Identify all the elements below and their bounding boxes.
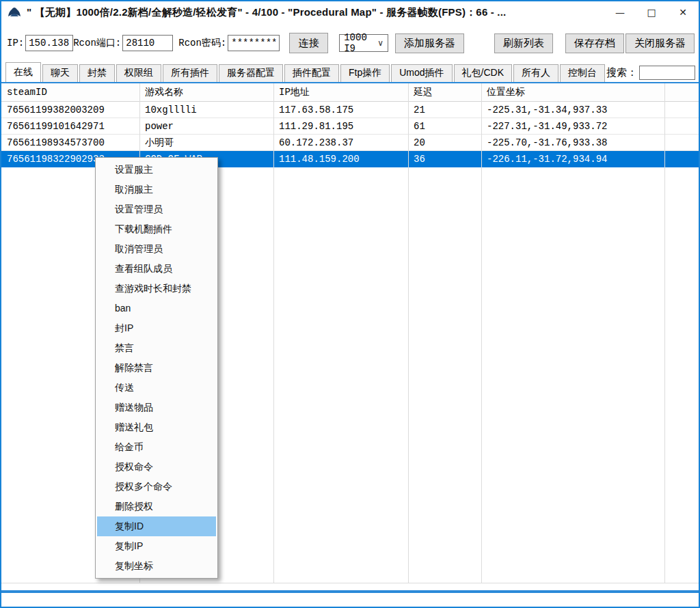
cell-game-name: 10xglllli bbox=[139, 102, 273, 118]
column-header-latency[interactable]: 延迟 bbox=[408, 83, 481, 102]
menu-item-copy-coordinates[interactable]: 复制坐标 bbox=[97, 556, 216, 576]
menu-item-ban-ip[interactable]: 封IP bbox=[97, 318, 216, 338]
rcon-port-input[interactable] bbox=[122, 35, 173, 51]
menu-item-unset-owner[interactable]: 取消服主 bbox=[97, 180, 216, 199]
grid-line bbox=[664, 83, 665, 583]
table-row[interactable]: 76561199382003209 10xglllli 117.63.58.17… bbox=[1, 102, 699, 118]
status-bar bbox=[1, 592, 699, 607]
cell-game-name: power bbox=[139, 118, 273, 135]
cell-latency: 21 bbox=[408, 102, 481, 118]
cell-position: -226.11,-31.72,934.94 bbox=[481, 151, 664, 167]
menu-item-check-playtime-bans[interactable]: 查游戏时长和封禁 bbox=[97, 279, 216, 299]
search-label: 搜索： bbox=[606, 66, 637, 79]
table-header-row: steamID 游戏名称 IP地址 延迟 位置坐标 bbox=[1, 83, 699, 102]
tab-giftpack-cdk[interactable]: 礼包/CDK bbox=[454, 64, 512, 82]
cell-steamid: 76561199101642971 bbox=[1, 118, 139, 135]
tab-bans[interactable]: 封禁 bbox=[79, 64, 115, 82]
cell-ip: 60.172.238.37 bbox=[273, 135, 408, 151]
menu-item-mute[interactable]: 禁言 bbox=[97, 338, 216, 358]
connect-button[interactable]: 连接 bbox=[289, 33, 328, 53]
menu-item-gift-pack[interactable]: 赠送礼包 bbox=[97, 417, 216, 437]
table-row[interactable]: 76561198934573700 小明哥 60.172.238.37 20 -… bbox=[1, 135, 699, 151]
cell-ip: 111.29.81.195 bbox=[273, 118, 408, 135]
maximize-icon[interactable]: □ bbox=[636, 1, 667, 23]
close-icon[interactable]: ✕ bbox=[667, 1, 699, 23]
search-area: 搜索： bbox=[606, 66, 699, 82]
menu-item-gift-items[interactable]: 赠送物品 bbox=[97, 398, 216, 417]
menu-item-copy-id[interactable]: 复制ID bbox=[97, 516, 216, 536]
tab-console[interactable]: 控制台 bbox=[560, 64, 605, 82]
menu-item-give-coins[interactable]: 给金币 bbox=[97, 437, 216, 457]
menu-item-grant-command[interactable]: 授权命令 bbox=[97, 457, 216, 477]
rcon-password-label: Rcon密码: bbox=[178, 37, 226, 49]
context-menu: 设置服主 取消服主 设置管理员 下载机翻插件 取消管理员 查看组队成员 查游戏时… bbox=[95, 157, 218, 579]
menu-item-view-team-members[interactable]: 查看组队成员 bbox=[97, 259, 216, 279]
grid-line bbox=[1, 583, 699, 583]
cell-position: -225.31,-31.34,937.33 bbox=[481, 102, 664, 118]
shutdown-server-button[interactable]: 关闭服务器 bbox=[625, 33, 695, 53]
server-select-value: 1000 I9 bbox=[344, 32, 377, 54]
ip-label: IP: bbox=[7, 38, 24, 49]
cell-latency: 36 bbox=[408, 151, 481, 167]
column-header-spacer bbox=[664, 83, 699, 102]
menu-item-set-owner[interactable]: 设置服主 bbox=[97, 160, 216, 180]
menu-item-grant-multiple-commands[interactable]: 授权多个命令 bbox=[97, 477, 216, 497]
cell-ip: 111.48.159.200 bbox=[273, 151, 408, 167]
minimize-icon[interactable]: — bbox=[604, 1, 636, 23]
tab-all-plugins[interactable]: 所有插件 bbox=[163, 64, 217, 82]
tab-server-config[interactable]: 服务器配置 bbox=[219, 64, 283, 82]
tab-chat[interactable]: 聊天 bbox=[42, 64, 78, 82]
cell-ip: 117.63.58.175 bbox=[273, 102, 408, 118]
column-header-game-name[interactable]: 游戏名称 bbox=[139, 83, 273, 102]
menu-item-download-translated-plugin[interactable]: 下载机翻插件 bbox=[97, 219, 216, 239]
table-row[interactable]: 76561199101642971 power 111.29.81.195 61… bbox=[1, 118, 699, 135]
menu-item-unmute[interactable]: 解除禁言 bbox=[97, 358, 216, 378]
tab-everyone[interactable]: 所有人 bbox=[513, 64, 558, 82]
rcon-port-label: Rcon端口: bbox=[73, 37, 121, 49]
menu-item-copy-ip[interactable]: 复制IP bbox=[97, 536, 216, 556]
connection-toolbar: IP: Rcon端口: Rcon密码: 连接 1000 I9 ∨ 添加服务器 刷… bbox=[1, 23, 699, 63]
app-icon bbox=[7, 6, 22, 18]
tab-umod-plugins[interactable]: Umod插件 bbox=[391, 64, 452, 82]
cell-position: -227.31,-31.49,933.72 bbox=[481, 118, 664, 135]
column-header-position[interactable]: 位置坐标 bbox=[481, 83, 664, 102]
cell-game-name: 小明哥 bbox=[139, 135, 273, 151]
grid-line bbox=[273, 83, 274, 583]
server-select[interactable]: 1000 I9 ∨ bbox=[339, 34, 388, 52]
cell-latency: 20 bbox=[408, 135, 481, 151]
cell-steamid: 76561198934573700 bbox=[1, 135, 139, 151]
save-archive-button[interactable]: 保存存档 bbox=[565, 33, 624, 53]
search-input[interactable] bbox=[639, 66, 695, 80]
window-controls: — □ ✕ bbox=[604, 1, 699, 23]
column-header-ip[interactable]: IP地址 bbox=[273, 83, 408, 102]
cell-latency: 61 bbox=[408, 118, 481, 135]
chevron-down-icon: ∨ bbox=[377, 38, 383, 48]
menu-item-revoke-grant[interactable]: 删除授权 bbox=[97, 497, 216, 516]
menu-item-teleport[interactable]: 传送 bbox=[97, 378, 216, 398]
menu-item-ban[interactable]: ban bbox=[97, 299, 216, 318]
ip-input[interactable] bbox=[25, 35, 73, 51]
grid-line bbox=[408, 83, 409, 583]
rcon-password-input[interactable] bbox=[228, 35, 280, 51]
cell-steamid: 76561199382003209 bbox=[1, 102, 139, 118]
menu-item-set-admin[interactable]: 设置管理员 bbox=[97, 199, 216, 219]
cell-position: -225.70,-31.76,933.38 bbox=[481, 135, 664, 151]
refresh-list-button[interactable]: 刷新列表 bbox=[494, 33, 553, 53]
add-server-button[interactable]: 添加服务器 bbox=[395, 33, 464, 53]
tab-ftp[interactable]: Ftp操作 bbox=[340, 64, 390, 82]
menu-item-unset-admin[interactable]: 取消管理员 bbox=[97, 239, 216, 259]
grid-line bbox=[481, 83, 482, 583]
tab-strip: 在线 聊天 封禁 权限组 所有插件 服务器配置 插件配置 Ftp操作 Umod插… bbox=[1, 63, 699, 82]
title-bar: " 【无期】1000倍/2.2新档/全解秒造/轻松发育" - 4/100 - "… bbox=[1, 1, 699, 23]
column-header-steamid[interactable]: steamID bbox=[1, 83, 139, 102]
tab-plugin-config[interactable]: 插件配置 bbox=[284, 64, 339, 82]
app-window: " 【无期】1000倍/2.2新档/全解秒造/轻松发育" - 4/100 - "… bbox=[0, 0, 700, 608]
tab-permission-groups[interactable]: 权限组 bbox=[116, 64, 161, 82]
tab-online[interactable]: 在线 bbox=[5, 62, 41, 82]
window-title: " 【无期】1000倍/2.2新档/全解秒造/轻松发育" - 4/100 - "… bbox=[27, 6, 506, 19]
